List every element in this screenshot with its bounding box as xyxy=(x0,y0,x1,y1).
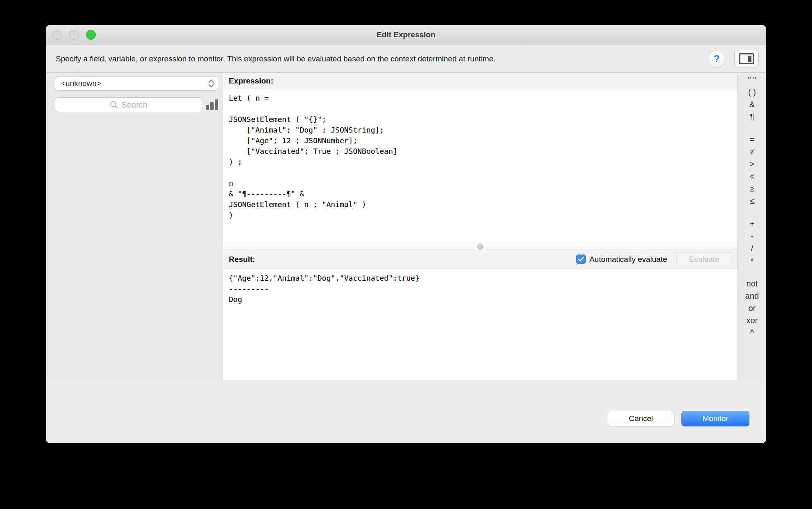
operator-multiply-button[interactable]: * xyxy=(743,254,761,267)
cancel-button[interactable]: Cancel xyxy=(607,411,675,426)
function-list-panel: <unknown> Search xyxy=(46,73,223,380)
operator-group-arithmetic: + - / * xyxy=(743,218,761,267)
edit-expression-dialog: Edit Expression Specify a field, variabl… xyxy=(46,25,766,443)
window-controls xyxy=(52,25,96,45)
operator-minus-button[interactable]: - xyxy=(743,230,761,242)
operator-and-button[interactable]: and xyxy=(743,290,761,302)
zoom-window-icon[interactable] xyxy=(86,30,96,40)
operator-greater-button[interactable]: > xyxy=(743,158,761,170)
operator-xor-button[interactable]: xor xyxy=(743,314,761,327)
checkmark-icon xyxy=(578,257,584,262)
result-label: Result: xyxy=(229,255,576,264)
dialog-content: <unknown> Search Expres xyxy=(46,73,766,380)
operators-panel: " " ( ) & ¶ = ≠ > < ≥ ≤ + - / * not an xyxy=(738,73,766,380)
toggle-operators-panel-button[interactable] xyxy=(734,50,759,68)
search-input[interactable]: Search xyxy=(55,97,202,112)
help-button[interactable]: ? xyxy=(708,50,725,68)
monitor-button-label: Monitor xyxy=(702,414,728,423)
operator-less-button[interactable]: < xyxy=(743,170,761,182)
cancel-button-label: Cancel xyxy=(629,414,653,423)
question-mark-icon: ? xyxy=(714,53,720,65)
context-dropdown-value: <unknown> xyxy=(61,79,208,88)
evaluate-button-label: Evaluate xyxy=(689,255,720,264)
monitor-button[interactable]: Monitor xyxy=(681,411,749,426)
minimize-window-icon[interactable] xyxy=(69,30,79,40)
pane-splitter[interactable] xyxy=(223,243,738,250)
operator-concat-button[interactable]: & xyxy=(743,98,761,110)
operator-group-text: " " ( ) & ¶ xyxy=(743,74,761,123)
operator-not-button[interactable]: not xyxy=(743,277,761,290)
result-text: {"Age":12,"Animal":"Dog","Vaccinated":tr… xyxy=(229,273,732,305)
operator-equals-button[interactable]: = xyxy=(743,133,761,146)
expression-label: Expression: xyxy=(229,77,273,86)
dialog-footer: Cancel Monitor xyxy=(46,380,766,443)
close-window-icon[interactable] xyxy=(52,30,62,40)
description-banner: Specify a field, variable, or expression… xyxy=(46,45,766,73)
operator-less-equal-button[interactable]: ≤ xyxy=(743,195,761,207)
expression-panel: Expression: Let ( n = JSONSetElement ( "… xyxy=(223,73,738,380)
auto-evaluate-label: Automatically evaluate xyxy=(589,255,667,264)
expression-code[interactable]: Let ( n = JSONSetElement ( "{}"; ["Anima… xyxy=(229,93,732,221)
operator-pilcrow-button[interactable]: ¶ xyxy=(743,110,761,123)
expression-editor[interactable]: Let ( n = JSONSetElement ( "{}"; ["Anima… xyxy=(223,89,738,243)
result-header: Result: Automatically evaluate Evaluate xyxy=(223,250,738,269)
operator-not-equals-button[interactable]: ≠ xyxy=(743,146,761,158)
search-row: Search xyxy=(55,97,218,112)
operator-or-button[interactable]: or xyxy=(743,302,761,314)
operator-parens-button[interactable]: ( ) xyxy=(743,86,761,98)
title-bar[interactable]: Edit Expression xyxy=(46,25,766,45)
operator-greater-equal-button[interactable]: ≥ xyxy=(743,182,761,195)
operator-power-button[interactable]: ^ xyxy=(743,327,761,339)
search-placeholder: Search xyxy=(122,100,147,110)
description-text: Specify a field, variable, or expression… xyxy=(56,54,708,63)
operator-group-comparison: = ≠ > < ≥ ≤ xyxy=(743,133,761,207)
expression-header: Expression: xyxy=(223,73,738,89)
operator-quotes-button[interactable]: " " xyxy=(743,74,761,86)
search-icon xyxy=(110,101,118,109)
operator-plus-button[interactable]: + xyxy=(743,218,761,230)
auto-evaluate-checkbox[interactable] xyxy=(576,254,586,264)
window-title: Edit Expression xyxy=(377,30,435,39)
result-pane: {"Age":12,"Animal":"Dog","Vaccinated":tr… xyxy=(223,269,738,380)
context-dropdown[interactable]: <unknown> xyxy=(55,76,218,91)
operator-divide-button[interactable]: / xyxy=(743,242,761,254)
splitter-handle-icon[interactable] xyxy=(477,243,483,250)
operator-group-logical: not and or xor ^ xyxy=(743,277,761,339)
evaluate-button[interactable]: Evaluate xyxy=(676,252,732,266)
chevron-up-down-icon xyxy=(208,79,214,88)
bar-chart-icon[interactable] xyxy=(206,99,218,110)
right-sidebar-icon xyxy=(739,53,754,64)
